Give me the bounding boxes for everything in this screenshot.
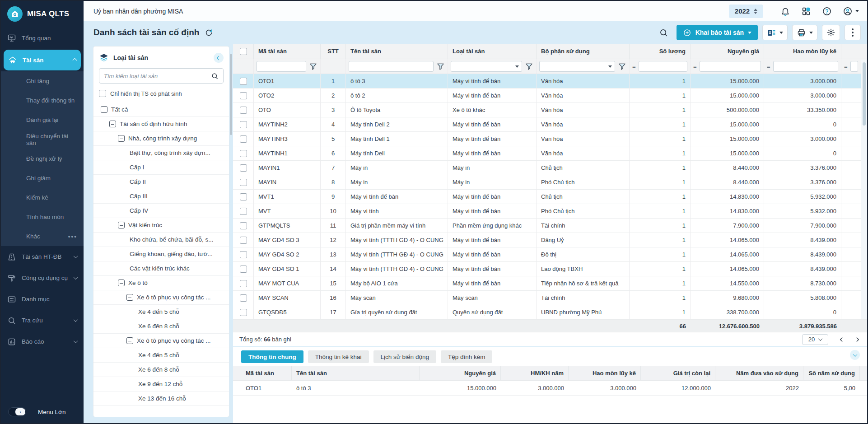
detail-data-row[interactable]: OTO1ô tô 315.000.0003.000.0003.000.00012… [233, 381, 867, 396]
table-row[interactable]: MAYTINH16Máy tính DellMáy vi tính để bàn… [233, 146, 867, 161]
table-row[interactable]: MAY GD4 SO 213Máy vi tính (TTTH GĐ 4) - … [233, 247, 867, 262]
row-checkbox[interactable] [240, 150, 247, 157]
row-checkbox[interactable] [240, 208, 247, 215]
tree-node[interactable]: Cấp I [93, 160, 229, 175]
row-checkbox[interactable] [240, 280, 247, 287]
sidebar-subitem[interactable]: Khác••• [1, 227, 84, 246]
tab-2[interactable]: Lịch sử biến động [373, 350, 436, 363]
tree-node[interactable]: Xe 4 đến 5 chỗ [93, 305, 229, 319]
row-checkbox[interactable] [240, 251, 247, 258]
sidebar-item-list[interactable]: Danh mục [1, 289, 84, 310]
tree-node[interactable]: Xe 6 đến 8 chỗ [93, 363, 229, 377]
table-row[interactable]: MAYIN17Máy inMáy inChủ tịch18.440.0003.3… [233, 161, 867, 175]
only-active-checkbox[interactable] [99, 90, 106, 97]
export-excel-button[interactable] [762, 25, 788, 40]
row-checkbox[interactable] [240, 222, 247, 229]
tree-node[interactable]: Giếng khoan, giếng đào, tườ... [93, 247, 229, 261]
toggle-icon[interactable]: › [8, 407, 26, 416]
sidebar-subitem[interactable]: Đánh giá lại [1, 110, 84, 130]
table-row[interactable]: MAY MOT CUA15Máy bộ AIO 1 cửaMáy vi tính… [233, 276, 867, 291]
filter-input[interactable] [349, 61, 434, 72]
row-checkbox[interactable] [240, 92, 247, 99]
collapse-node-icon[interactable] [126, 294, 133, 301]
brand[interactable]: MISA QLTS [1, 1, 84, 27]
tree-node[interactable]: Nhà, công trình xây dựng [93, 131, 229, 146]
row-checkbox[interactable] [240, 193, 247, 200]
table-row[interactable]: GTPMQLTS11Giá trị phần mềm máy vi tínhPh… [233, 219, 867, 233]
tree-node[interactable]: Xe 6 đến 8 chỗ [93, 319, 229, 334]
table-row[interactable]: MAY GD4 SO 312Máy vi tính (TTTH GĐ 4) - … [233, 233, 867, 247]
collapse-node-icon[interactable] [101, 106, 107, 113]
collapse-node-icon[interactable] [109, 121, 116, 127]
sidebar-item-roller[interactable]: Công cụ dụng cụ [1, 267, 84, 289]
row-checkbox[interactable] [240, 107, 247, 114]
asset-type-search-input[interactable] [104, 73, 207, 79]
year-selector[interactable]: 2022 [729, 5, 763, 18]
sidebar-item-report[interactable]: Báo cáo [1, 331, 84, 352]
sidebar-item-dashboard[interactable]: Tổng quan [1, 27, 84, 49]
tree-node[interactable]: Kho chứa, bể chứa, bãi đỗ, s... [93, 233, 229, 247]
filter-input[interactable] [257, 61, 306, 72]
filter-select[interactable] [451, 61, 522, 72]
filter-select[interactable] [539, 61, 615, 72]
print-button[interactable] [792, 25, 817, 40]
sidebar-subitem[interactable]: Ghi tăng [1, 71, 84, 91]
tree-node[interactable]: Xe ô tô [93, 276, 229, 290]
filter-input[interactable] [700, 61, 761, 72]
tree-node[interactable]: Tất cả [93, 103, 229, 117]
table-row[interactable]: MVT19Máy vi tính để bànMáy vi tính để bà… [233, 190, 867, 204]
sidebar-subitem[interactable]: Ghi giảm [1, 168, 84, 188]
tree-node[interactable]: Xe ô tô phục vụ công tác ... [93, 334, 229, 348]
tree-node[interactable]: Cấp IV [93, 204, 229, 218]
tree-node[interactable]: Xe 4 đến 5 chỗ [93, 348, 229, 363]
equals-operator[interactable]: = [767, 63, 770, 70]
table-row[interactable]: OTO22ô tô 2Máy vi tính để bànVăn hóa115.… [233, 89, 867, 103]
row-checkbox[interactable] [240, 135, 247, 143]
equals-operator[interactable]: = [693, 63, 697, 70]
tab-0[interactable]: Thông tin chung [241, 350, 303, 363]
collapse-node-icon[interactable] [118, 222, 125, 228]
tree-search-icon[interactable] [211, 72, 219, 80]
row-checkbox[interactable] [240, 237, 247, 244]
sidebar-subitem[interactable]: Đề nghị xử lý [1, 149, 84, 168]
tree-node[interactable]: Vật kiến trúc [93, 218, 229, 233]
year-spinner-icon[interactable] [754, 9, 757, 14]
tree-scrollbar[interactable] [229, 47, 233, 417]
next-page-button[interactable] [854, 336, 861, 343]
row-checkbox[interactable] [240, 309, 247, 316]
tree-node[interactable]: Cấp II [93, 175, 229, 189]
filter-funnel-icon[interactable] [309, 62, 317, 71]
grid-scrollbar[interactable] [861, 60, 867, 319]
sidebar-item-road[interactable]: Tài sản HT-ĐB [1, 246, 84, 267]
menu-size-toggle[interactable]: › Menu Lớn [1, 401, 84, 423]
sidebar-subitem[interactable]: Thay đổi thông tin [1, 91, 84, 110]
filter-funnel-icon[interactable] [436, 62, 445, 71]
tree-node[interactable]: Cấp III [93, 189, 229, 204]
table-row[interactable]: OTO11ô tô 3Máy vi tính để bànVăn hóa115.… [233, 74, 867, 89]
equals-operator[interactable]: = [632, 63, 636, 70]
table-row[interactable]: MAYTINH35Máy tính Dell 1Máy vi tính để b… [233, 132, 867, 146]
table-row[interactable]: MAY GD4 SO 114Máy vi tính (TTTH GD 4) - … [233, 262, 867, 276]
table-row[interactable]: MVT10Máy vi tínhMáy vi tính để bànPhó Ch… [233, 204, 867, 219]
table-row[interactable]: OTO3Ô tô ToyotaXe ô tô khácVăn hóa1500.0… [233, 103, 867, 117]
row-checkbox[interactable] [240, 294, 247, 302]
settings-button[interactable] [822, 25, 840, 40]
tab-3[interactable]: Tệp đính kèm [441, 350, 493, 363]
search-icon[interactable] [655, 28, 672, 37]
help-icon[interactable] [822, 6, 832, 16]
sidebar-subitem[interactable]: Kiểm kê [1, 188, 84, 207]
user-menu[interactable] [843, 6, 859, 16]
filter-input[interactable] [639, 61, 687, 72]
tree-node[interactable]: Xe 9 đến 12 chỗ [93, 377, 229, 391]
more-options-icon[interactable]: ••• [68, 233, 77, 240]
table-row[interactable]: MAYIN8Máy inMáy inPhó Chủ tịch18.440.000… [233, 175, 867, 190]
collapse-panel-button[interactable] [214, 53, 224, 63]
collapse-node-icon[interactable] [118, 280, 125, 286]
table-row[interactable]: GTQSDĐ517Gía trị quyền sử dụng đấtQuyền … [233, 305, 867, 320]
row-checkbox[interactable] [240, 121, 247, 128]
tree-node[interactable]: Biệt thự, công trình xây dựn... [93, 146, 229, 160]
declare-asset-button[interactable]: Khai báo tài sản [677, 25, 758, 40]
collapse-node-icon[interactable] [126, 337, 133, 344]
apps-grid-icon[interactable] [801, 6, 811, 16]
more-options-button[interactable] [845, 25, 861, 40]
